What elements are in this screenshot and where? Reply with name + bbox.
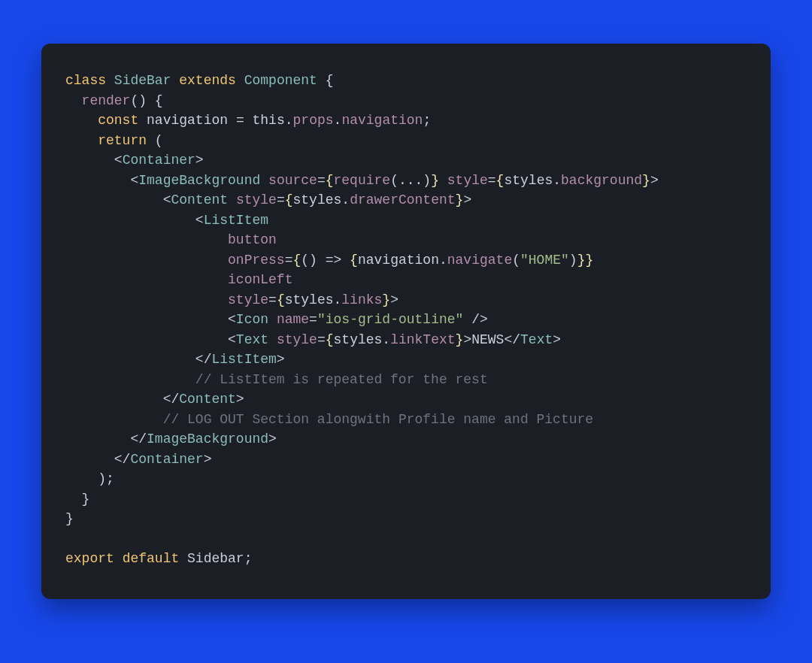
comment-line: // ListItem is repeated for the rest	[195, 372, 488, 387]
brace-open: {	[350, 253, 358, 268]
equals: =	[488, 173, 496, 188]
jsx-tag: ListItem	[204, 213, 268, 228]
string-iconname: "ios-grid-outline"	[317, 312, 463, 327]
code-line: </ImageBackground>	[65, 431, 277, 447]
arrow-fn: () =>	[301, 253, 350, 268]
code-line: // ListItem is repeated for the rest	[65, 372, 488, 387]
code-line: button	[65, 232, 277, 247]
semicolon: ;	[423, 113, 431, 128]
equals: =	[236, 113, 244, 128]
keyword-default: default	[123, 551, 180, 566]
angle-open-close: </	[504, 332, 520, 347]
angle-close: >	[463, 332, 471, 347]
brace-close: }	[642, 173, 650, 188]
jsx-tag: ImageBackground	[147, 431, 268, 447]
equals: =	[277, 192, 285, 207]
styles-ref: styles	[334, 332, 383, 347]
fn-require: require	[334, 173, 391, 188]
brace-close: }	[382, 292, 390, 307]
jsx-attr: style	[447, 173, 488, 188]
text-news: NEWS	[471, 332, 504, 347]
equals: =	[317, 332, 326, 347]
code-line: <Icon name="ios-grid-outline" />	[65, 312, 488, 327]
code-line: // LOG OUT Section alongwith Profile nam…	[65, 412, 593, 427]
fn-navigate: navigate	[447, 253, 512, 268]
code-line: onPress={() => {navigation.navigate("HOM…	[65, 253, 593, 268]
keyword-class: class	[65, 73, 106, 88]
code-line: </Container>	[65, 452, 211, 467]
dot: .	[285, 113, 293, 128]
semicolon: ;	[244, 551, 253, 566]
keyword-return: return	[98, 133, 147, 148]
angle-open: <	[163, 192, 171, 207]
code-line: <ListItem	[65, 213, 268, 228]
equals: =	[317, 173, 326, 188]
jsx-attr: button	[228, 232, 277, 247]
angle-close: >	[650, 173, 659, 188]
angle-close: >	[553, 332, 561, 347]
parens: ()	[130, 93, 147, 108]
jsx-tag: Icon	[236, 312, 268, 327]
jsx-tag: ListItem	[211, 352, 276, 367]
brace-close: }	[577, 253, 586, 268]
paren-open: (	[512, 253, 520, 268]
code-line: </Content>	[65, 392, 244, 407]
prop-drawercontent: drawerContent	[350, 192, 455, 207]
jsx-attr: source	[268, 173, 317, 188]
args: (...)	[390, 173, 431, 188]
brace-open: {	[326, 332, 334, 347]
jsx-tag: Container	[123, 153, 195, 168]
jsx-attr: name	[277, 312, 309, 327]
brace-open: {	[277, 292, 285, 307]
angle-close: >	[204, 452, 212, 467]
brace-close: }	[65, 511, 74, 526]
code-block: class SideBar extends Component { render…	[65, 71, 747, 569]
brace-close: }	[456, 192, 464, 207]
var-name: navigation	[147, 113, 228, 128]
dot: .	[334, 113, 342, 128]
angle-close: >	[195, 153, 204, 168]
dot: .	[553, 173, 561, 188]
jsx-attr: style	[277, 332, 317, 347]
equals: =	[268, 292, 277, 307]
brace-close: }	[456, 332, 464, 347]
jsx-tag: ImageBackground	[138, 173, 260, 188]
code-line: <Container>	[65, 153, 204, 168]
equals: =	[309, 312, 317, 327]
paren-open: (	[155, 133, 163, 148]
comment-line: // LOG OUT Section alongwith Profile nam…	[163, 412, 594, 427]
code-line: export default Sidebar;	[65, 551, 253, 566]
page-background: class SideBar extends Component { render…	[0, 0, 812, 663]
styles-ref: styles	[293, 192, 342, 207]
jsx-tag: Container	[130, 452, 203, 467]
angle-open-close: </	[114, 452, 131, 467]
dot: .	[341, 192, 350, 207]
brace-open: {	[496, 173, 504, 188]
styles-ref: styles	[504, 173, 553, 188]
jsx-tag: Content	[171, 192, 228, 207]
dot: .	[382, 332, 390, 347]
code-line: style={styles.links}>	[65, 292, 398, 307]
jsx-tag: Text	[520, 332, 553, 347]
keyword-const: const	[98, 113, 138, 128]
paren-close: );	[98, 471, 114, 486]
code-line: <Text style={styles.linkText}>NEWS</Text…	[65, 332, 561, 347]
class-name: SideBar	[114, 73, 171, 88]
equals: =	[285, 253, 293, 268]
code-line: render() {	[65, 93, 163, 108]
keyword-extends: extends	[179, 73, 236, 88]
angle-close: >	[277, 352, 285, 367]
self-close: />	[463, 312, 487, 327]
brace-open: {	[155, 93, 163, 108]
dot: .	[439, 253, 447, 268]
angle-close: >	[268, 431, 277, 447]
prop-links: links	[341, 292, 382, 307]
brace-open: {	[326, 73, 334, 88]
navigation-ref: navigation	[358, 253, 439, 268]
angle-open: <	[195, 213, 204, 228]
code-card: class SideBar extends Component { render…	[41, 44, 771, 599]
code-line: return (	[65, 133, 163, 148]
code-line: <ImageBackground source={require(...)} s…	[65, 173, 659, 188]
this-ref: this	[253, 113, 285, 128]
jsx-attr: style	[228, 292, 268, 307]
